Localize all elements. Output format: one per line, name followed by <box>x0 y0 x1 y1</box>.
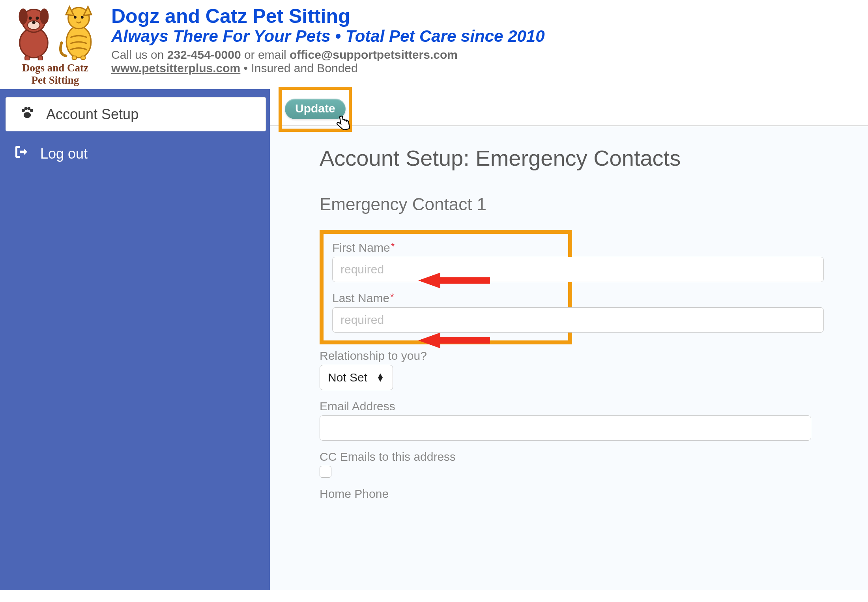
content: Account Setup: Emergency Contacts Emerge… <box>270 126 868 519</box>
update-highlight: Update <box>279 87 352 132</box>
svg-marker-26 <box>418 333 440 348</box>
svg-rect-17 <box>81 56 85 60</box>
relationship-field-wrap: Relationship to you? Not Set ▲▼ <box>320 349 852 390</box>
svg-rect-16 <box>72 56 77 60</box>
svg-point-22 <box>24 112 31 118</box>
site-line: www.petsitterplus.com • Insured and Bond… <box>111 62 864 75</box>
section-title: Emergency Contact 1 <box>320 194 852 214</box>
email-field-wrap: Email Address <box>320 400 852 441</box>
logo-images <box>11 3 99 60</box>
relationship-label: Relationship to you? <box>320 349 852 363</box>
first-name-label: First Name* <box>332 241 559 254</box>
relationship-selected-value: Not Set <box>328 371 367 384</box>
svg-point-15 <box>81 16 84 19</box>
svg-point-5 <box>29 17 32 20</box>
required-star: * <box>391 241 395 252</box>
contact-line: Call us on 232-454-0000 or email office@… <box>111 48 864 62</box>
email-input[interactable] <box>320 415 811 441</box>
required-star: * <box>390 292 394 302</box>
header-text: Dogz and Catz Pet Sitting Always There F… <box>107 3 864 75</box>
layout: Account Setup Log out Update <box>0 89 868 590</box>
svg-point-21 <box>30 109 33 112</box>
site-link[interactable]: www.petsitterplus.com <box>111 62 240 75</box>
chevron-up-down-icon: ▲▼ <box>376 374 385 381</box>
svg-rect-25 <box>439 337 490 344</box>
site-header: Dogs and Catz Pet Sitting Dogz and Catz … <box>0 0 868 89</box>
logo-caption: Dogs and Catz Pet Sitting <box>22 62 88 86</box>
first-name-input[interactable] <box>332 257 824 282</box>
svg-point-6 <box>36 17 39 20</box>
sidebar: Account Setup Log out <box>0 89 270 590</box>
svg-point-2 <box>19 8 28 24</box>
cat-logo-icon <box>58 3 99 60</box>
home-phone-field-wrap: Home Phone <box>320 487 852 501</box>
cc-emails-checkbox[interactable] <box>320 466 331 478</box>
dog-logo-icon <box>11 3 56 60</box>
svg-point-14 <box>74 16 77 19</box>
svg-point-20 <box>27 107 30 110</box>
last-name-label: Last Name* <box>332 292 559 305</box>
main: Update Account Setup: Emergency Contacts… <box>270 89 868 590</box>
svg-point-18 <box>22 109 25 112</box>
update-button[interactable]: Update <box>285 99 346 119</box>
name-fields-highlight: First Name* Last Name* <box>320 230 572 344</box>
home-phone-label: Home Phone <box>320 487 852 501</box>
sidebar-item-label: Log out <box>40 146 88 162</box>
logout-icon <box>13 144 29 163</box>
sidebar-item-account-setup[interactable]: Account Setup <box>6 97 266 131</box>
last-name-input[interactable] <box>332 307 824 333</box>
company-name: Dogz and Catz Pet Sitting <box>111 6 864 26</box>
last-name-field-wrap: Last Name* <box>332 292 559 333</box>
sidebar-item-logout[interactable]: Log out <box>0 137 270 170</box>
svg-point-3 <box>40 8 49 24</box>
first-name-field-wrap: First Name* <box>332 241 559 282</box>
relationship-select[interactable]: Not Set ▲▼ <box>320 365 393 390</box>
sidebar-item-label: Account Setup <box>46 106 138 123</box>
paw-icon <box>19 105 35 124</box>
page-title: Account Setup: Emergency Contacts <box>320 145 852 171</box>
svg-rect-9 <box>38 56 43 60</box>
logo-area: Dogs and Catz Pet Sitting <box>4 3 107 86</box>
topbar: Update <box>270 89 868 126</box>
svg-rect-8 <box>25 56 29 60</box>
email-label: Email Address <box>320 400 852 413</box>
cc-emails-label: CC Emails to this address <box>320 450 852 464</box>
arrow-annotation-icon <box>418 330 493 350</box>
tagline: Always There For Your Pets • Total Pet C… <box>111 27 864 46</box>
svg-point-7 <box>32 21 36 24</box>
cc-emails-field-wrap: CC Emails to this address <box>320 450 852 478</box>
svg-point-19 <box>24 107 28 110</box>
